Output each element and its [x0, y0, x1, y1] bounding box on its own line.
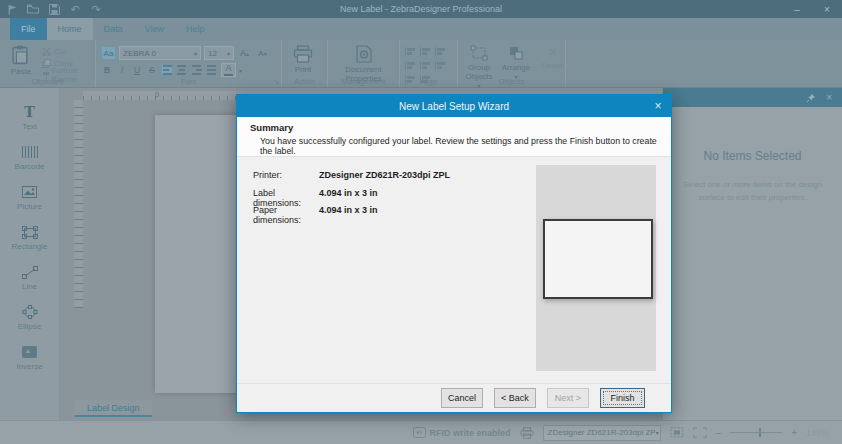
shrink-font-button[interactable]: A▾: [255, 46, 270, 60]
chevron-down-icon: ▾: [656, 429, 659, 436]
ribbon-group-management: DocumentProperties Management: [328, 40, 400, 87]
dialog-separator: [237, 383, 671, 384]
strikethrough-button[interactable]: S: [146, 65, 158, 75]
cut-icon: [42, 47, 51, 56]
no-selection-message: No Items Selected Select one or more ite…: [663, 107, 842, 205]
font-size-select[interactable]: 12▾: [204, 46, 234, 60]
bold-button[interactable]: B: [101, 65, 113, 75]
rfid-status: RFID write enabled: [413, 427, 511, 438]
rfid-icon: [413, 427, 426, 438]
zoom-out-button[interactable]: –: [716, 427, 722, 438]
font-style-toggle[interactable]: Aa: [101, 46, 116, 60]
toolbox-sidebar: T Text Barcode Picture Rectangle Line El…: [0, 88, 60, 420]
quick-access-toolbar: ↶ ↷: [0, 3, 102, 15]
align-objects-right-icon[interactable]: [435, 47, 446, 56]
align-objects-top-icon[interactable]: [405, 61, 416, 70]
align-right-button[interactable]: [191, 64, 203, 76]
properties-panel: × No Items Selected Select one or more i…: [662, 88, 842, 420]
dialog-title-bar: New Label Setup Wizard ×: [237, 95, 671, 117]
tool-line[interactable]: Line: [0, 258, 59, 298]
font-color-dropdown[interactable]: ▾: [239, 67, 242, 74]
tab-home[interactable]: Home: [47, 18, 93, 40]
tab-file[interactable]: File: [10, 18, 47, 40]
align-objects-center-icon[interactable]: [420, 47, 431, 56]
tool-ellipse[interactable]: Ellipse: [0, 298, 59, 338]
back-button[interactable]: < Back: [494, 388, 536, 408]
summary-description: You have successfully configured your la…: [250, 136, 658, 156]
zoom-level: 146%: [806, 428, 832, 438]
dialog-close-icon[interactable]: ×: [645, 95, 671, 117]
rectangle-icon: [22, 225, 38, 239]
delete-icon: ×: [549, 45, 558, 59]
zoom-in-button[interactable]: +: [791, 427, 797, 438]
label-preview-paper: [536, 165, 656, 371]
font-family-select[interactable]: ZEBRA 0▾: [119, 46, 201, 60]
close-button[interactable]: ×: [812, 0, 842, 18]
new-label-setup-wizard-dialog: New Label Setup Wizard × Summary You hav…: [236, 94, 672, 413]
tool-inverse[interactable]: Inverse: [0, 338, 59, 378]
tool-barcode[interactable]: Barcode: [0, 138, 59, 178]
align-left-button[interactable]: [161, 64, 173, 76]
print-button[interactable]: Print: [287, 43, 319, 74]
save-icon[interactable]: [48, 3, 60, 15]
next-button: Next >: [547, 388, 589, 408]
chevron-down-icon: ▾: [227, 50, 230, 57]
tool-rectangle[interactable]: Rectangle: [0, 218, 59, 258]
italic-button[interactable]: I: [116, 65, 128, 75]
label-preview-outline: [543, 219, 653, 299]
group-objects-icon: [470, 45, 488, 61]
title-bar: ↶ ↷ New Label - ZebraDesigner Profession…: [0, 0, 842, 18]
paste-button[interactable]: Paste: [5, 43, 37, 76]
zoom-to-label-icon[interactable]: [670, 427, 684, 438]
document-properties-icon: [356, 45, 372, 63]
font-dialog-launcher-icon[interactable]: ↘: [273, 78, 279, 86]
tab-label-design[interactable]: Label Design: [75, 400, 152, 417]
window-controls: – ×: [782, 0, 842, 18]
ribbon-group-clipboard: Paste Cut Copy Format Painter Clipboard: [0, 40, 96, 87]
tool-picture[interactable]: Picture: [0, 178, 59, 218]
ribbon-group-font: Aa ZEBRA 0▾ 12▾ A▴ A▾ B I U S A: [96, 40, 282, 87]
copy-icon: [42, 59, 51, 68]
barcode-icon: [22, 145, 38, 159]
align-objects-middle-icon[interactable]: [420, 61, 431, 70]
tab-data[interactable]: Data: [93, 18, 134, 40]
zoom-to-fit-icon[interactable]: [693, 427, 707, 438]
undo-icon[interactable]: ↶: [69, 3, 81, 15]
status-bar: RFID write enabled ZDesigner ZD621R-203d…: [0, 420, 842, 444]
tab-view[interactable]: View: [134, 18, 175, 40]
zoom-slider-handle[interactable]: [759, 428, 761, 437]
vertical-ruler: [74, 100, 83, 308]
delete-button[interactable]: × Delete: [537, 43, 569, 70]
ellipse-icon: [22, 305, 38, 319]
printer-field: Printer: ZDesigner ZD621R-203dpi ZPL: [253, 170, 450, 180]
panel-close-icon[interactable]: ×: [826, 93, 832, 103]
no-items-description: Select one or more items on the design s…: [674, 179, 832, 205]
zoom-slider[interactable]: [730, 432, 782, 433]
cancel-button[interactable]: Cancel: [441, 388, 483, 408]
align-objects-left-icon[interactable]: [405, 47, 416, 56]
cut-button[interactable]: Cut: [42, 46, 90, 56]
minimize-button[interactable]: –: [782, 0, 812, 18]
paper-dimensions-field: Paper dimensions: 4.094 in x 3 in: [253, 205, 378, 225]
ribbon-group-action: Print Action: [282, 40, 328, 87]
pin-icon[interactable]: [806, 93, 816, 103]
align-objects-bottom-icon[interactable]: [435, 61, 446, 70]
dialog-summary-header: Summary You have successfully configured…: [237, 117, 671, 157]
printer-select[interactable]: ZDesigner ZD621R-203dpi ZP ▾: [543, 425, 661, 441]
tab-help[interactable]: Help: [175, 18, 216, 40]
grow-font-button[interactable]: A▴: [237, 46, 252, 60]
open-folder-icon[interactable]: [27, 3, 39, 15]
redo-icon[interactable]: ↷: [90, 3, 102, 15]
ribbon-group-align: Align: [400, 40, 458, 87]
underline-button[interactable]: U: [131, 65, 143, 75]
tool-text[interactable]: T Text: [0, 98, 59, 138]
picture-icon: [22, 185, 37, 199]
font-color-button[interactable]: A: [221, 63, 236, 77]
align-center-button[interactable]: [176, 64, 188, 76]
text-icon: T: [24, 105, 34, 119]
justify-button[interactable]: [206, 64, 218, 76]
chevron-down-icon: ▾: [194, 50, 197, 57]
finish-button[interactable]: Finish: [600, 388, 645, 408]
arrange-button[interactable]: Arrange▾: [500, 43, 532, 81]
print-icon: [293, 45, 313, 63]
